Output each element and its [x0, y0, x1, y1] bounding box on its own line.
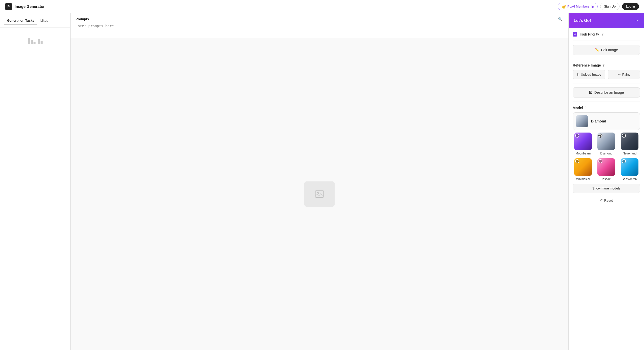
paint-icon: ✏: [618, 73, 621, 76]
app-title: Image Generator: [15, 4, 45, 9]
model-radio-hassaku: [598, 159, 602, 163]
model-name-hassaku: Hassaku: [600, 177, 612, 181]
high-priority-help-icon[interactable]: ?: [601, 32, 603, 36]
selected-model[interactable]: Diamond: [573, 112, 640, 130]
model-thumb-hassaku: [597, 158, 615, 176]
right-panel: Let's Go! → High Priority ? ✏️ Edit Imag…: [568, 13, 644, 350]
svg-point-1: [317, 192, 319, 194]
membership-button[interactable]: 👑 PixAI Membership: [558, 3, 598, 10]
topbar-right: 👑 PixAI Membership Sign Up Log in: [558, 3, 639, 10]
bar-3: [34, 42, 36, 44]
model-item-whimsical[interactable]: Whimsical: [573, 158, 593, 181]
divider-1: [573, 41, 640, 41]
model-help-icon[interactable]: ?: [584, 106, 587, 110]
describe-image-label: Describe an Image: [594, 90, 624, 94]
upload-image-button[interactable]: ⬆ Upload Image: [573, 70, 605, 79]
divider-2: [573, 59, 640, 59]
model-thumb-diamond: [597, 133, 615, 150]
placeholder-icon: [314, 189, 325, 199]
bar-1: [28, 38, 30, 44]
image-placeholder: [304, 181, 335, 207]
selected-model-placeholder: [576, 115, 588, 127]
divider-4: [573, 102, 640, 102]
prompts-section: Prompts 🔍: [71, 13, 568, 38]
model-item-diamond[interactable]: Diamond: [596, 133, 617, 156]
selected-model-thumb: [576, 115, 588, 127]
model-name-neverland: Neverland: [623, 152, 636, 156]
search-button[interactable]: 🔍: [557, 16, 563, 22]
model-item-neverland[interactable]: Neverland: [619, 133, 640, 156]
prompts-input[interactable]: [71, 22, 568, 37]
tab-generation-tasks[interactable]: Generation Tasks: [4, 17, 37, 24]
upload-icon: ⬆: [576, 73, 579, 76]
sidebar-tabs: Generation Tasks Likes: [0, 17, 70, 28]
bar-2: [31, 40, 33, 44]
model-thumb-neverland: [621, 133, 638, 150]
edit-image-label: Edit Image: [601, 48, 618, 52]
divider-3: [573, 83, 640, 83]
topbar: P Image Generator 👑 PixAI Membership Sig…: [0, 0, 644, 13]
lets-go-banner[interactable]: Let's Go! →: [569, 13, 644, 28]
high-priority-row: High Priority ?: [573, 32, 640, 37]
model-name-whimsical: Whimsical: [576, 177, 590, 181]
edit-image-button[interactable]: ✏️ Edit Image: [573, 45, 640, 55]
canvas-area: [71, 38, 568, 350]
svg-rect-0: [315, 191, 324, 198]
model-item-seasidemix[interactable]: SeasideMix: [619, 158, 640, 181]
signup-button[interactable]: Sign Up: [600, 3, 619, 10]
reset-icon: ↺: [600, 199, 603, 202]
high-priority-label: High Priority: [580, 32, 599, 36]
sidebar: Generation Tasks Likes: [0, 13, 71, 350]
crown-icon: 👑: [562, 5, 566, 9]
model-radio-neverland: [622, 134, 626, 138]
edit-icon: ✏️: [595, 48, 599, 52]
membership-label: PixAI Membership: [567, 5, 594, 8]
model-section-label: Model ?: [573, 106, 640, 110]
describe-icon: 🖼: [589, 90, 592, 94]
model-radio-whimsical: [575, 159, 579, 163]
app-logo: P: [5, 3, 12, 10]
model-radio-seasidemix: [622, 159, 626, 163]
model-grid: Moonbeam Diamond: [573, 133, 640, 181]
model-name-diamond: Diamond: [600, 152, 612, 156]
bar-chart-icon: [28, 38, 43, 44]
ref-image-buttons: ⬆ Upload Image ✏ Paint: [573, 70, 640, 79]
model-thumb-moonbeam: [574, 133, 592, 150]
center-panel: Prompts 🔍: [71, 13, 568, 350]
bar-4: [38, 39, 40, 44]
reference-image-label: Reference Image ?: [573, 63, 640, 67]
bar-5: [41, 41, 43, 44]
reset-row[interactable]: ↺ Reset: [573, 197, 640, 204]
model-name-seasidemix: SeasideMix: [622, 177, 637, 181]
topbar-left: P Image Generator: [5, 3, 45, 10]
model-section: Model ? Diamond: [573, 106, 640, 193]
lets-go-arrow: →: [634, 18, 639, 23]
login-button[interactable]: Log in: [622, 3, 639, 10]
panel-content: High Priority ? ✏️ Edit Image Reference …: [569, 28, 644, 208]
model-thumb-whimsical: [574, 158, 592, 176]
checkmark-icon: [573, 33, 576, 36]
paint-label: Paint: [622, 73, 630, 76]
paint-button[interactable]: ✏ Paint: [608, 70, 640, 79]
prompts-label: Prompts: [76, 17, 89, 21]
model-thumb-seasidemix: [621, 158, 638, 176]
lets-go-text: Let's Go!: [574, 18, 591, 23]
describe-image-button[interactable]: 🖼 Describe an Image: [573, 87, 640, 98]
reference-help-icon[interactable]: ?: [602, 63, 605, 67]
upload-image-label: Upload Image: [581, 73, 601, 76]
model-item-hassaku[interactable]: Hassaku: [596, 158, 617, 181]
show-more-models-button[interactable]: Show more models: [573, 184, 640, 193]
reset-label: Reset: [604, 199, 613, 202]
reference-image-section: Reference Image ? ⬆ Upload Image ✏ Paint: [573, 63, 640, 79]
sidebar-content: [0, 28, 70, 49]
high-priority-checkbox[interactable]: [573, 32, 577, 37]
selected-model-name: Diamond: [591, 119, 606, 123]
sidebar-empty-state: [4, 33, 66, 44]
model-item-moonbeam[interactable]: Moonbeam: [573, 133, 593, 156]
model-name-moonbeam: Moonbeam: [575, 152, 591, 156]
search-icon: 🔍: [558, 17, 562, 21]
tab-likes[interactable]: Likes: [37, 17, 51, 24]
main-layout: Generation Tasks Likes Prompts 🔍: [0, 13, 644, 350]
prompts-header: Prompts 🔍: [71, 13, 568, 22]
